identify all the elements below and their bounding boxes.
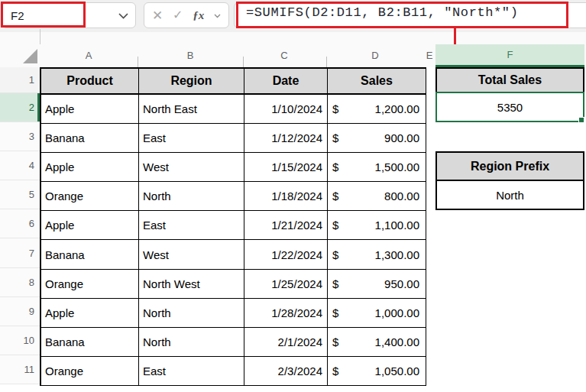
currency-symbol: $ bbox=[332, 335, 338, 348]
table-header-product[interactable]: Product bbox=[41, 69, 139, 95]
row-header-7[interactable]: 7 bbox=[0, 238, 40, 267]
cell-c3[interactable]: 1/12/2024 bbox=[244, 124, 328, 153]
cell-a7[interactable]: Banana bbox=[41, 240, 139, 269]
row-header-2-active[interactable]: 2 bbox=[0, 93, 40, 122]
excel-window: F2 ✕ ✓ ƒx =SUMIFS(D2:D11, B2:B11, "North… bbox=[0, 0, 586, 392]
column-header-c[interactable]: C bbox=[280, 44, 287, 67]
enter-icon[interactable]: ✓ bbox=[173, 9, 183, 21]
cell-b7[interactable]: West bbox=[139, 240, 244, 269]
cell-d6[interactable]: $1,100.00 bbox=[328, 211, 426, 240]
cell-b3[interactable]: East bbox=[139, 124, 244, 153]
amount: 1,200.00 bbox=[375, 102, 419, 115]
cell-b8[interactable]: North West bbox=[139, 270, 244, 299]
cell-c9[interactable]: 1/28/2024 bbox=[244, 299, 328, 328]
cell-a11[interactable]: Orange bbox=[41, 357, 139, 386]
row-header-1[interactable]: 1 bbox=[0, 67, 40, 93]
row-header-6[interactable]: 6 bbox=[0, 209, 40, 238]
cell-b10[interactable]: North bbox=[139, 328, 244, 357]
chevron-down-small-icon[interactable] bbox=[214, 14, 221, 18]
currency-symbol: $ bbox=[332, 277, 338, 290]
cell-b4[interactable]: West bbox=[139, 153, 244, 182]
cell-d4[interactable]: $1,500.00 bbox=[328, 153, 426, 182]
data-table: Product Region Date Sales Apple North Ea… bbox=[40, 67, 426, 386]
column-header-b[interactable]: B bbox=[187, 44, 194, 67]
amount: 800.00 bbox=[384, 190, 419, 202]
cell-a9[interactable]: Apple bbox=[41, 299, 139, 328]
cell-b11[interactable]: East bbox=[139, 357, 244, 386]
cell-d3[interactable]: $900.00 bbox=[328, 124, 426, 153]
select-all-icon[interactable] bbox=[23, 49, 37, 63]
cell-d9[interactable]: $1,000.00 bbox=[328, 299, 426, 328]
cell-a2[interactable]: Apple bbox=[41, 95, 139, 124]
insert-function-icon[interactable]: ƒx bbox=[193, 9, 204, 22]
fill-handle[interactable] bbox=[578, 117, 584, 123]
cancel-icon[interactable]: ✕ bbox=[152, 9, 163, 22]
region-prefix-header[interactable]: Region Prefix bbox=[435, 151, 584, 181]
region-prefix-value[interactable]: North bbox=[435, 180, 584, 210]
row-header-9[interactable]: 9 bbox=[0, 297, 40, 326]
annotation-box-formula bbox=[236, 2, 568, 28]
row-header-8[interactable]: 8 bbox=[0, 268, 40, 297]
currency-symbol: $ bbox=[332, 219, 338, 232]
divider bbox=[40, 29, 40, 44]
amount: 1,400.00 bbox=[375, 335, 419, 348]
cell-d10[interactable]: $1,400.00 bbox=[328, 328, 426, 357]
currency-symbol: $ bbox=[332, 190, 338, 202]
cell-c6[interactable]: 1/21/2024 bbox=[244, 211, 328, 240]
table-header-region[interactable]: Region bbox=[139, 69, 244, 95]
formula-button-group: ✕ ✓ ƒx bbox=[144, 2, 229, 28]
cell-a3[interactable]: Banana bbox=[41, 124, 139, 153]
cell-c4[interactable]: 1/15/2024 bbox=[244, 153, 328, 182]
cell-d7[interactable]: $1,300.00 bbox=[328, 240, 426, 269]
row-header-10[interactable]: 10 bbox=[0, 326, 40, 355]
table-header-date[interactable]: Date bbox=[244, 69, 328, 95]
row-header-3[interactable]: 3 bbox=[0, 122, 40, 151]
amount: 1,500.00 bbox=[375, 160, 419, 173]
column-separator bbox=[138, 57, 138, 67]
row-header-4[interactable]: 4 bbox=[0, 151, 40, 180]
cell-b9[interactable]: North bbox=[139, 299, 244, 328]
column-header-a[interactable]: A bbox=[86, 44, 92, 67]
active-cell-f2[interactable]: 5350 bbox=[435, 92, 584, 122]
amount: 900.00 bbox=[384, 131, 419, 144]
column-header-d[interactable]: D bbox=[371, 44, 378, 67]
column-header-e[interactable]: E bbox=[426, 44, 433, 67]
cell-a6[interactable]: Apple bbox=[41, 211, 139, 240]
cell-a4[interactable]: Apple bbox=[41, 153, 139, 182]
cell-a8[interactable]: Orange bbox=[41, 270, 139, 299]
cell-d5[interactable]: $800.00 bbox=[328, 182, 426, 211]
row-header-5[interactable]: 5 bbox=[0, 180, 40, 209]
currency-symbol: $ bbox=[332, 248, 338, 261]
cell-b6[interactable]: East bbox=[139, 211, 244, 240]
cell-c7[interactable]: 1/22/2024 bbox=[244, 240, 328, 269]
currency-symbol: $ bbox=[332, 160, 338, 173]
amount: 1,000.00 bbox=[375, 306, 419, 319]
table-header-sales[interactable]: Sales bbox=[328, 69, 426, 95]
cell-d8[interactable]: $950.00 bbox=[328, 270, 426, 299]
currency-symbol: $ bbox=[332, 306, 338, 319]
cell-c5[interactable]: 1/18/2024 bbox=[244, 182, 328, 211]
cell-c10[interactable]: 2/1/2024 bbox=[244, 328, 328, 357]
currency-symbol: $ bbox=[332, 364, 338, 377]
column-separator bbox=[326, 57, 327, 67]
column-separator bbox=[243, 57, 244, 67]
cell-b2[interactable]: North East bbox=[139, 95, 244, 124]
amount: 1,050.00 bbox=[375, 364, 419, 377]
annotation-box-namebox bbox=[1, 2, 86, 28]
cell-d11[interactable]: $1,050.00 bbox=[328, 357, 426, 386]
currency-symbol: $ bbox=[332, 102, 338, 115]
chevron-down-icon[interactable] bbox=[118, 13, 128, 19]
cell-a10[interactable]: Banana bbox=[41, 328, 139, 357]
cell-d2[interactable]: $1,200.00 bbox=[328, 95, 426, 124]
cell-c8[interactable]: 1/25/2024 bbox=[244, 270, 328, 299]
column-header-f-active[interactable]: F bbox=[435, 44, 584, 67]
amount: 950.00 bbox=[384, 277, 419, 290]
cell-b5[interactable]: North bbox=[139, 182, 244, 211]
cell-c2[interactable]: 1/10/2024 bbox=[244, 95, 328, 124]
cell-c11[interactable]: 2/3/2024 bbox=[244, 357, 328, 386]
currency-symbol: $ bbox=[332, 131, 338, 144]
row-header-11[interactable]: 11 bbox=[0, 355, 40, 384]
amount: 1,300.00 bbox=[375, 248, 419, 261]
total-sales-header[interactable]: Total Sales bbox=[435, 67, 584, 93]
cell-a5[interactable]: Orange bbox=[41, 182, 139, 211]
